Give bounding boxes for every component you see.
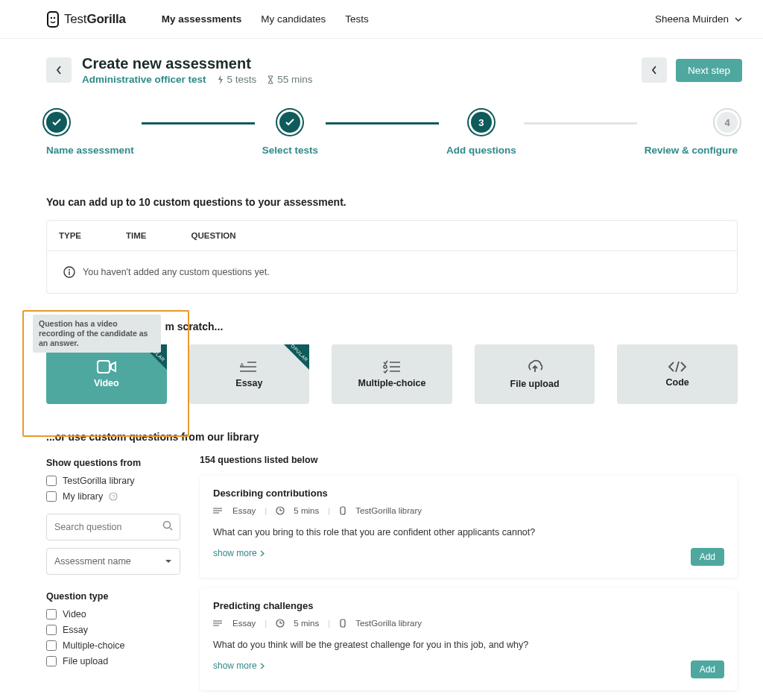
question-results: 154 questions listed below Describing co…	[200, 455, 738, 700]
library-icon	[339, 506, 346, 515]
chevron-right-icon	[260, 550, 265, 557]
svg-point-2	[54, 16, 55, 18]
top-nav: TestGorilla My assessments My candidates…	[0, 0, 763, 39]
step-3-label: Add questions	[446, 145, 516, 156]
search-input[interactable]	[46, 514, 180, 540]
page-header: Create new assessment Administrative off…	[0, 39, 763, 91]
assessment-name-select[interactable]: Assessment name	[46, 548, 180, 575]
clock-icon	[276, 619, 285, 628]
card-video[interactable]: POPULAR Video	[46, 344, 167, 404]
question-card: Predicting challenges Essay| 5 mins| Tes…	[200, 588, 738, 690]
caret-down-icon	[165, 559, 172, 564]
library-icon	[339, 619, 346, 628]
logo-text: TestGorilla	[64, 12, 126, 27]
create-from-scratch-heading: Question has a video recording of the ca…	[46, 321, 738, 332]
step-4-label: Review & configure	[645, 145, 738, 156]
nav-my-assessments[interactable]: My assessments	[162, 13, 241, 25]
custom-questions-table: TYPE TIME QUESTION You haven't added any…	[46, 220, 738, 294]
assessment-name: Administrative officer test	[82, 74, 206, 85]
check-icon	[285, 119, 294, 126]
logo[interactable]: TestGorilla	[46, 10, 126, 28]
logo-icon	[46, 10, 60, 28]
svg-point-11	[164, 522, 171, 529]
step-1[interactable]: Name assessment	[46, 112, 134, 156]
step-4-circle: 4	[717, 112, 738, 133]
checklist-icon	[383, 360, 401, 373]
filters-sidebar: Show questions from TestGorilla library …	[46, 455, 180, 700]
video-tooltip: Question has a video recording of the ca…	[33, 315, 161, 353]
show-from-heading: Show questions from	[46, 458, 180, 468]
chevron-right-icon	[260, 663, 265, 669]
card-file-upload[interactable]: File upload	[475, 344, 595, 404]
nav-my-candidates[interactable]: My candidates	[261, 13, 326, 25]
step-4[interactable]: 4 Review & configure	[645, 112, 738, 156]
card-code[interactable]: Code	[617, 344, 738, 404]
card-essay-label: Essay	[235, 378, 262, 388]
bolt-icon	[217, 75, 224, 84]
card-multiple-choice[interactable]: Multiple-choice	[332, 344, 452, 404]
svg-rect-6	[98, 361, 110, 373]
step-1-label: Name assessment	[46, 145, 134, 156]
question-meta: Essay| 5 mins| TestGorilla library	[213, 506, 724, 515]
filter-type-multiple[interactable]: Multiple-choice	[46, 640, 180, 651]
back-button[interactable]	[46, 57, 72, 83]
add-question-button[interactable]: Add	[691, 548, 724, 566]
filter-type-essay[interactable]: Essay	[46, 625, 180, 635]
card-multiple-label: Multiple-choice	[358, 378, 425, 388]
step-3-circle: 3	[471, 112, 492, 133]
filter-type-video[interactable]: Video	[46, 609, 180, 619]
question-meta: Essay| 5 mins| TestGorilla library	[213, 619, 724, 628]
step-1-circle	[46, 112, 67, 133]
show-more-link[interactable]: show more	[213, 660, 691, 671]
clock-icon	[276, 506, 285, 515]
chevron-down-icon	[735, 17, 742, 22]
user-name: Sheena Muirden	[655, 13, 729, 25]
svg-point-4	[69, 269, 70, 271]
col-type: TYPE	[59, 231, 81, 240]
duration: 55 mins	[267, 74, 312, 85]
step-3[interactable]: 3 Add questions	[446, 112, 516, 156]
question-title: Predicting challenges	[213, 600, 724, 611]
table-empty-state: You haven't added any custom questions y…	[47, 251, 737, 293]
next-step-button[interactable]: Next step	[676, 59, 742, 82]
popular-ribbon: POPULAR	[284, 344, 309, 370]
help-icon: ?	[109, 492, 118, 501]
step-2[interactable]: Select tests	[262, 112, 318, 156]
search-icon	[162, 520, 173, 531]
question-type-heading: Question type	[46, 591, 180, 602]
page-title: Create new assessment	[82, 55, 313, 72]
question-title: Describing contributions	[213, 488, 724, 499]
video-icon	[97, 360, 116, 373]
chevron-left-icon	[56, 66, 62, 75]
filter-type-file[interactable]: File upload	[46, 656, 180, 666]
svg-text:?: ?	[112, 494, 115, 500]
question-body: What can you bring to this role that you…	[213, 527, 724, 537]
card-essay[interactable]: POPULAR A Essay	[189, 344, 310, 404]
chevron-left-icon	[651, 66, 657, 75]
add-question-button[interactable]: Add	[691, 660, 724, 678]
user-menu[interactable]: Sheena Muirden	[655, 13, 742, 25]
show-more-link[interactable]: show more	[213, 548, 691, 558]
svg-rect-15	[341, 619, 345, 627]
page-subline: Administrative officer test 5 tests 55 m…	[82, 74, 313, 85]
stepper: Name assessment Select tests 3 Add quest…	[0, 91, 763, 162]
card-video-label: Video	[94, 378, 119, 388]
prev-step-button[interactable]	[642, 57, 667, 83]
question-card: Describing contributions Essay| 5 mins| …	[200, 476, 738, 578]
cloud-upload-icon	[525, 359, 545, 374]
nav-tests[interactable]: Tests	[345, 13, 369, 25]
svg-rect-5	[69, 271, 69, 275]
essay-icon	[213, 619, 224, 627]
question-type-cards: POPULAR Video POPULAR A Essay Multiple-c…	[46, 344, 738, 404]
question-body: What do you think will be the greatest c…	[213, 640, 724, 650]
info-icon	[63, 266, 75, 278]
custom-questions-intro: You can add up to 10 custom questions to…	[46, 196, 738, 208]
svg-rect-13	[341, 507, 345, 514]
nav-links: My assessments My candidates Tests	[162, 13, 369, 25]
hourglass-icon	[267, 75, 274, 84]
results-count: 154 questions listed below	[200, 455, 738, 465]
filter-my-library[interactable]: My library ?	[46, 491, 180, 502]
filter-testgorilla-library[interactable]: TestGorilla library	[46, 476, 180, 486]
card-code-label: Code	[666, 377, 689, 388]
essay-icon: A	[240, 360, 258, 373]
